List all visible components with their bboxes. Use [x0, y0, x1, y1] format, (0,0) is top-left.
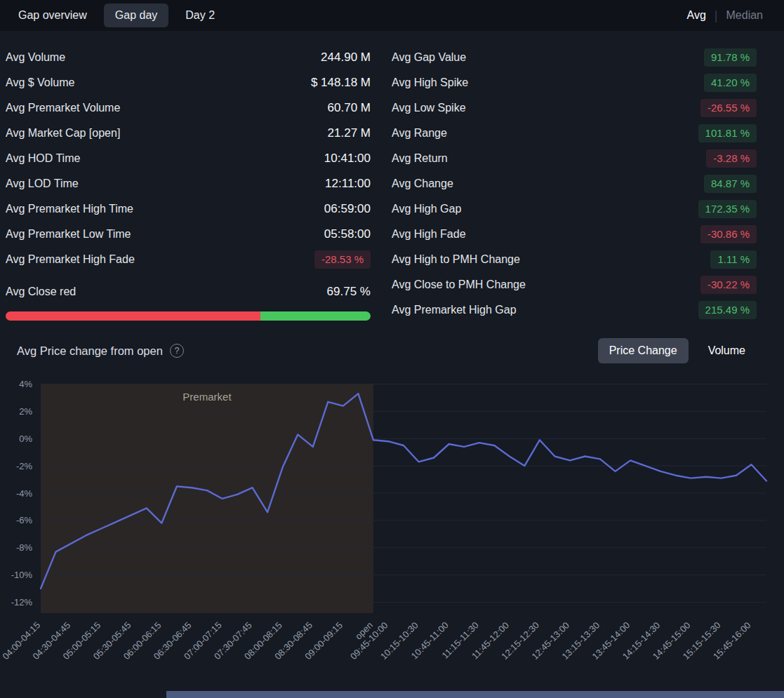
stats-column-right: Avg Gap Value91.78 %Avg High Spike41.20 …: [392, 45, 757, 323]
stat-label: Avg Return: [392, 152, 448, 165]
horizontal-scrollbar: [0, 691, 784, 698]
stat-value: 69.75 %: [327, 285, 371, 299]
stat-row-avg-low-spike: Avg Low Spike-26.55 %: [392, 95, 757, 121]
stat-value: 05:58:00: [324, 227, 371, 241]
stat-label: Avg Premarket High Time: [6, 203, 133, 215]
stat-row-avg-premarket-low-time: Avg Premarket Low Time05:58:00: [6, 222, 371, 247]
top-navigation-bar: Gap overviewGap dayDay 2 Avg|Median: [0, 0, 784, 31]
stat-value: 172.35 %: [698, 200, 757, 218]
avg-median-toggle: Avg|Median: [687, 8, 763, 23]
stats-panel: Avg Volume244.90 MAvg $ Volume$ 148.18 M…: [0, 31, 784, 323]
stat-value: 10:41:00: [324, 152, 371, 166]
stat-row-avg-high-to-pmh-change: Avg High to PMH Change1.11 %: [392, 247, 757, 272]
y-axis-tick-label: -10%: [11, 570, 33, 580]
stat-value: -30.86 %: [700, 225, 757, 243]
stat-value: 12:11:00: [325, 177, 371, 191]
premarket-region: [41, 384, 373, 613]
stat-label: Avg Premarket Low Time: [6, 228, 131, 241]
chart-mode-price-change[interactable]: Price Change: [598, 338, 689, 363]
stat-row-avg-range: Avg Range101.81 %: [392, 121, 757, 146]
price-change-chart: 4%2%0%-2%-4%-6%-8%-10%-12%Premarket04:00…: [0, 366, 784, 696]
stat-value: 91.78 %: [704, 48, 757, 67]
stat-value: $ 148.18 M: [311, 76, 371, 90]
chart-section: Avg Price change from open ? Price Chang…: [0, 323, 784, 696]
agg-option-median[interactable]: Median: [726, 9, 763, 22]
stat-row-avg-hod-time: Avg HOD Time10:41:00: [6, 146, 371, 171]
y-axis-tick-label: -12%: [11, 597, 33, 608]
stat-row-avg-volume: Avg $ Volume$ 148.18 M: [6, 70, 371, 95]
stat-label: Avg Market Cap [open]: [6, 127, 120, 140]
scrollbar-thumb[interactable]: [166, 691, 784, 698]
bar-green-segment: [260, 311, 371, 321]
chart-mode-volume[interactable]: Volume: [697, 338, 757, 363]
stat-label: Avg Close to PMH Change: [392, 278, 526, 291]
close-red-progress-bar: [6, 311, 371, 321]
stat-label: Avg $ Volume: [6, 76, 74, 89]
stat-label: Avg LOD Time: [6, 177, 79, 190]
stat-row-avg-market-cap-open: Avg Market Cap [open]21.27 M: [6, 121, 371, 146]
stat-label: Avg Premarket High Gap: [392, 304, 517, 316]
y-axis-tick-label: -2%: [16, 461, 33, 471]
stat-row-avg-gap-value: Avg Gap Value91.78 %: [392, 45, 757, 70]
stat-row-avg-premarket-high-time: Avg Premarket High Time06:59:00: [6, 196, 371, 222]
help-icon[interactable]: ?: [170, 344, 184, 358]
chart-mode-buttons: Price ChangeVolume: [598, 338, 757, 363]
stat-value: 21.27 M: [328, 126, 371, 140]
stats-column-left: Avg Volume244.90 MAvg $ Volume$ 148.18 M…: [6, 45, 371, 323]
y-axis-tick-label: 2%: [19, 406, 32, 417]
stat-value: 101.81 %: [698, 124, 757, 142]
stat-label: Avg HOD Time: [6, 152, 80, 165]
stat-label: Avg High Fade: [392, 228, 466, 241]
stat-row-avg-change: Avg Change84.87 %: [392, 171, 757, 196]
stat-label: Avg Premarket Volume: [6, 102, 120, 114]
stat-label: Avg High Spike: [392, 76, 468, 89]
stat-row-avg-premarket-high-fade: Avg Premarket High Fade-28.53 %: [6, 247, 371, 272]
stat-value: 41.20 %: [704, 74, 757, 92]
stat-row-avg-high-spike: Avg High Spike41.20 %: [392, 70, 757, 95]
stat-row-avg-return: Avg Return-3.28 %: [392, 146, 757, 171]
stat-row-avg-volume: Avg Volume244.90 M: [6, 45, 371, 70]
stat-label: Avg Change: [392, 177, 453, 190]
stat-row-avg-close-to-pmh-change: Avg Close to PMH Change-30.22 %: [392, 272, 757, 297]
stat-label: Avg Range: [392, 127, 447, 140]
y-axis-tick-label: -4%: [16, 488, 33, 499]
stat-row-avg-close-red: Avg Close red69.75 %: [6, 279, 371, 304]
stat-value: -3.28 %: [706, 149, 757, 168]
view-tabs: Gap overviewGap dayDay 2: [7, 4, 226, 27]
stat-label: Avg Volume: [6, 51, 65, 64]
stat-label: Avg Low Spike: [392, 102, 466, 114]
y-axis-tick-label: -6%: [16, 515, 33, 525]
stat-row-avg-premarket-volume: Avg Premarket Volume60.70 M: [6, 95, 371, 121]
stat-value: 60.70 M: [328, 101, 371, 115]
y-axis-tick-label: -8%: [16, 542, 33, 553]
tab-gap-overview[interactable]: Gap overview: [7, 4, 98, 27]
y-axis-tick-label: 4%: [19, 379, 32, 389]
stat-row-avg-lod-time: Avg LOD Time12:11:00: [6, 171, 371, 196]
stat-label: Avg High Gap: [392, 203, 461, 215]
stat-value: 84.87 %: [704, 175, 757, 193]
premarket-label: Premarket: [182, 391, 232, 403]
stat-value: 215.49 %: [698, 301, 757, 319]
stat-label: Avg High to PMH Change: [392, 253, 520, 266]
stat-value: -26.55 %: [700, 99, 757, 117]
stat-row-avg-premarket-high-gap: Avg Premarket High Gap215.49 %: [392, 297, 757, 323]
stat-label: Avg Premarket High Fade: [6, 253, 135, 266]
toggle-separator: |: [715, 8, 718, 23]
stat-label: Avg Gap Value: [392, 51, 466, 64]
chart-title-wrap: Avg Price change from open ?: [17, 344, 184, 358]
stat-value: 244.90 M: [321, 51, 371, 65]
stat-value: -28.53 %: [314, 250, 371, 269]
tab-gap-day[interactable]: Gap day: [104, 4, 168, 27]
chart-title: Avg Price change from open: [17, 344, 163, 358]
stat-value: 06:59:00: [324, 202, 371, 216]
y-axis-tick-label: 0%: [19, 434, 32, 444]
chart-header: Avg Price change from open ? Price Chang…: [0, 323, 784, 363]
stat-value: -30.22 %: [700, 276, 757, 294]
stat-label: Avg Close red: [6, 286, 76, 298]
tab-day-2[interactable]: Day 2: [174, 4, 226, 27]
stat-row-avg-high-gap: Avg High Gap172.35 %: [392, 196, 757, 222]
stat-value: 1.11 %: [710, 250, 757, 269]
stat-row-avg-high-fade: Avg High Fade-30.86 %: [392, 222, 757, 247]
bar-red-segment: [6, 311, 260, 321]
agg-option-avg[interactable]: Avg: [687, 9, 706, 22]
